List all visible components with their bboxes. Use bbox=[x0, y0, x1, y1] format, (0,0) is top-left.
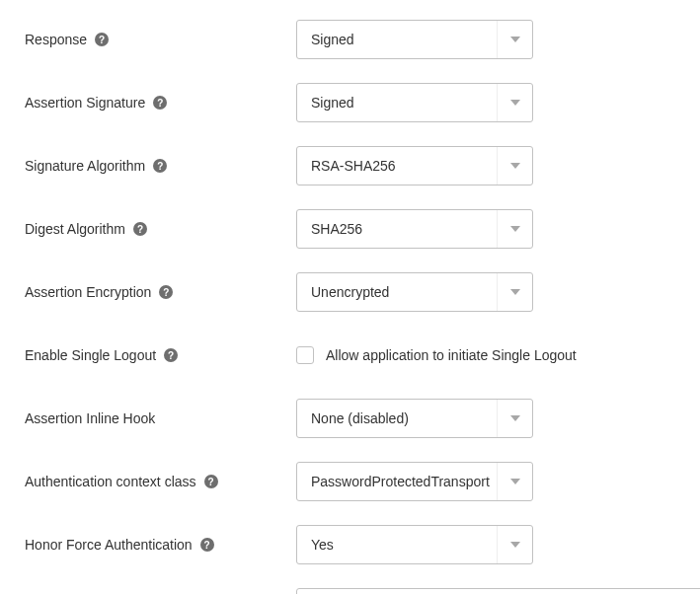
assertion-inline-hook-row: Assertion Inline Hook None (disabled) bbox=[25, 399, 675, 438]
honor-force-authentication-label-col: Honor Force Authentication ? bbox=[25, 537, 296, 553]
chevron-down-icon bbox=[497, 147, 532, 185]
signature-algorithm-label-col: Signature Algorithm ? bbox=[25, 158, 296, 174]
signature-algorithm-select[interactable]: RSA-SHA256 bbox=[296, 146, 533, 186]
digest-algorithm-select[interactable]: SHA256 bbox=[296, 209, 533, 249]
honor-force-authentication-row: Honor Force Authentication ? Yes bbox=[25, 525, 675, 564]
enable-single-logout-checkbox-label: Allow application to initiate Single Log… bbox=[326, 347, 577, 363]
saml-issuer-id-row: SAML Issuer ID ? bbox=[25, 588, 675, 594]
assertion-encryption-label-col: Assertion Encryption ? bbox=[25, 284, 296, 300]
help-icon[interactable]: ? bbox=[153, 96, 167, 110]
honor-force-authentication-label: Honor Force Authentication bbox=[25, 537, 193, 553]
signature-algorithm-label: Signature Algorithm bbox=[25, 158, 145, 174]
assertion-encryption-select-value: Unencrypted bbox=[311, 284, 389, 300]
assertion-signature-control: Signed bbox=[296, 83, 675, 122]
assertion-inline-hook-select-value: None (disabled) bbox=[311, 410, 409, 426]
chevron-down-icon bbox=[497, 526, 532, 563]
response-row: Response ? Signed bbox=[25, 20, 675, 59]
honor-force-authentication-control: Yes bbox=[296, 525, 675, 564]
authentication-context-class-row: Authentication context class ? PasswordP… bbox=[25, 462, 675, 501]
authentication-context-class-label-col: Authentication context class ? bbox=[25, 474, 296, 489]
enable-single-logout-checkbox[interactable] bbox=[296, 346, 314, 364]
help-icon[interactable]: ? bbox=[95, 33, 109, 46]
assertion-encryption-row: Assertion Encryption ? Unencrypted bbox=[25, 272, 675, 312]
help-icon[interactable]: ? bbox=[159, 285, 173, 299]
chevron-down-icon bbox=[497, 210, 532, 248]
signature-algorithm-control: RSA-SHA256 bbox=[296, 146, 675, 186]
response-select[interactable]: Signed bbox=[296, 20, 533, 59]
response-control: Signed bbox=[296, 20, 675, 59]
signature-algorithm-select-value: RSA-SHA256 bbox=[311, 158, 396, 174]
response-select-value: Signed bbox=[311, 32, 354, 47]
digest-algorithm-row: Digest Algorithm ? SHA256 bbox=[25, 209, 675, 249]
assertion-inline-hook-control: None (disabled) bbox=[296, 399, 675, 438]
digest-algorithm-select-value: SHA256 bbox=[311, 221, 362, 237]
assertion-encryption-select[interactable]: Unencrypted bbox=[296, 272, 533, 312]
authentication-context-class-select-value: PasswordProtectedTransport bbox=[311, 474, 490, 489]
enable-single-logout-row: Enable Single Logout ? Allow application… bbox=[25, 335, 675, 375]
response-label-col: Response ? bbox=[25, 32, 296, 47]
assertion-signature-select[interactable]: Signed bbox=[296, 83, 533, 122]
assertion-signature-row: Assertion Signature ? Signed bbox=[25, 83, 675, 122]
help-icon[interactable]: ? bbox=[153, 159, 167, 173]
assertion-signature-select-value: Signed bbox=[311, 95, 354, 111]
authentication-context-class-label: Authentication context class bbox=[25, 474, 196, 489]
chevron-down-icon bbox=[497, 400, 532, 437]
assertion-encryption-control: Unencrypted bbox=[296, 272, 675, 312]
digest-algorithm-control: SHA256 bbox=[296, 209, 675, 249]
assertion-signature-label-col: Assertion Signature ? bbox=[25, 95, 296, 111]
help-icon[interactable]: ? bbox=[133, 222, 147, 236]
authentication-context-class-control: PasswordProtectedTransport bbox=[296, 462, 675, 501]
digest-algorithm-label-col: Digest Algorithm ? bbox=[25, 221, 296, 237]
chevron-down-icon bbox=[497, 273, 532, 311]
assertion-encryption-label: Assertion Encryption bbox=[25, 284, 151, 300]
help-icon[interactable]: ? bbox=[164, 348, 178, 362]
honor-force-authentication-select[interactable]: Yes bbox=[296, 525, 533, 564]
enable-single-logout-checkbox-row: Allow application to initiate Single Log… bbox=[296, 346, 675, 364]
assertion-inline-hook-label: Assertion Inline Hook bbox=[25, 410, 155, 426]
enable-single-logout-control: Allow application to initiate Single Log… bbox=[296, 346, 675, 364]
enable-single-logout-label: Enable Single Logout bbox=[25, 347, 156, 363]
enable-single-logout-label-col: Enable Single Logout ? bbox=[25, 347, 296, 363]
assertion-inline-hook-select[interactable]: None (disabled) bbox=[296, 399, 533, 438]
saml-issuer-id-control bbox=[296, 588, 700, 594]
chevron-down-icon bbox=[497, 84, 532, 121]
honor-force-authentication-select-value: Yes bbox=[311, 537, 334, 553]
authentication-context-class-select[interactable]: PasswordProtectedTransport bbox=[296, 462, 533, 501]
help-icon[interactable]: ? bbox=[200, 538, 214, 552]
signature-algorithm-row: Signature Algorithm ? RSA-SHA256 bbox=[25, 146, 675, 186]
assertion-signature-label: Assertion Signature bbox=[25, 95, 145, 111]
assertion-inline-hook-label-col: Assertion Inline Hook bbox=[25, 410, 296, 426]
chevron-down-icon bbox=[497, 21, 532, 58]
saml-issuer-id-input[interactable] bbox=[296, 588, 700, 594]
digest-algorithm-label: Digest Algorithm bbox=[25, 221, 125, 237]
response-label: Response bbox=[25, 32, 87, 47]
chevron-down-icon bbox=[497, 463, 532, 500]
help-icon[interactable]: ? bbox=[204, 475, 218, 488]
